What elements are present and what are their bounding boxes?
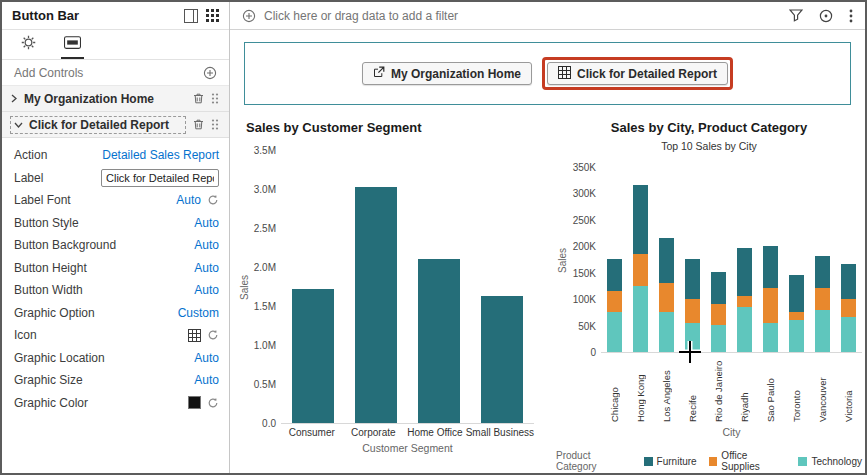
segment-office-supplies[interactable] xyxy=(711,304,726,325)
canvas-options-icon[interactable] xyxy=(819,9,833,23)
color-swatch[interactable] xyxy=(188,396,201,409)
auto-value[interactable]: Auto xyxy=(194,238,219,252)
action-link[interactable]: Detailed Sales Report xyxy=(102,148,219,162)
segment-technology[interactable] xyxy=(737,307,752,352)
segment-furniture[interactable] xyxy=(841,264,856,299)
chart-sales-by-city-product-category: Sales by City, Product Category Top 10 S… xyxy=(556,114,862,470)
legend-label: Office Supplies xyxy=(721,450,786,472)
segment-furniture[interactable] xyxy=(737,248,752,296)
split-layout-icon[interactable] xyxy=(184,9,198,23)
control-row-my-organization-home[interactable]: My Organization Home xyxy=(2,86,229,112)
segment-technology[interactable] xyxy=(685,323,700,352)
button-my-organization-home[interactable]: My Organization Home xyxy=(362,62,532,85)
auto-value[interactable]: Auto xyxy=(194,351,219,365)
auto-value[interactable]: Custom xyxy=(178,306,219,320)
segment-technology[interactable] xyxy=(633,286,648,352)
stacked-bar-recife[interactable] xyxy=(685,259,700,352)
x-tick-label: Toronto xyxy=(791,356,802,422)
grid-icon[interactable] xyxy=(188,329,201,342)
grid-view-icon[interactable] xyxy=(206,9,219,22)
y-tick-label: 1.5M xyxy=(254,301,276,312)
y-tick-label: 0.5M xyxy=(254,379,276,390)
segment-furniture[interactable] xyxy=(685,259,700,299)
bar-consumer[interactable] xyxy=(292,289,334,423)
auto-value[interactable]: Auto xyxy=(176,193,201,207)
reset-icon[interactable] xyxy=(207,397,219,409)
tab-button-properties[interactable] xyxy=(61,30,84,59)
add-filter-icon[interactable] xyxy=(242,9,256,23)
segment-technology[interactable] xyxy=(763,323,778,352)
stacked-bar-rio-de-janeiro[interactable] xyxy=(711,272,726,352)
x-tick-slot: Rio de Janeiro xyxy=(705,356,731,422)
segment-office-supplies[interactable] xyxy=(737,296,752,307)
drag-handle-icon[interactable] xyxy=(211,92,219,105)
trash-icon[interactable] xyxy=(192,92,205,105)
bar-home-office[interactable] xyxy=(418,259,460,423)
auto-value[interactable]: Auto xyxy=(194,261,219,275)
stacked-bar-sao-paulo[interactable] xyxy=(763,246,778,352)
chevron-down-icon[interactable] xyxy=(14,121,23,129)
bar-corporate[interactable] xyxy=(355,187,397,423)
auto-value[interactable]: Auto xyxy=(194,283,219,297)
segment-furniture[interactable] xyxy=(711,272,726,304)
y-tick-label: 2.5M xyxy=(254,223,276,234)
segment-office-supplies[interactable] xyxy=(633,254,648,286)
x-axis-title: Customer Segment xyxy=(281,442,534,454)
segment-technology[interactable] xyxy=(815,310,830,353)
drag-handle-icon[interactable] xyxy=(211,118,219,131)
main-area: Click here or drag data to add a filter xyxy=(230,2,865,473)
segment-technology[interactable] xyxy=(659,312,674,352)
segment-furniture[interactable] xyxy=(815,256,830,288)
property-row-button-height: Button HeightAuto xyxy=(2,257,229,280)
legend-item-technology[interactable]: Technology xyxy=(798,456,862,467)
control-row-click-for-detailed-report[interactable]: Click for Detailed Report xyxy=(2,112,229,138)
segment-technology[interactable] xyxy=(607,312,622,352)
segment-furniture[interactable] xyxy=(607,259,622,291)
reset-icon[interactable] xyxy=(207,194,219,206)
funnel-filter-icon[interactable] xyxy=(789,9,803,22)
button-click-for-detailed-report[interactable]: Click for Detailed Report xyxy=(547,62,728,85)
segment-office-supplies[interactable] xyxy=(685,299,700,323)
segment-furniture[interactable] xyxy=(633,185,648,254)
segment-office-supplies[interactable] xyxy=(607,291,622,312)
add-control-icon[interactable] xyxy=(203,66,217,80)
property-row-button-width: Button WidthAuto xyxy=(2,279,229,302)
reset-icon[interactable] xyxy=(207,329,219,341)
legend-item-furniture[interactable]: Furniture xyxy=(644,456,697,467)
stacked-bar-hong-kong[interactable] xyxy=(633,185,648,352)
stacked-bar-victoria[interactable] xyxy=(841,264,856,352)
tab-general-settings[interactable] xyxy=(18,30,39,59)
y-tick-label: 250K xyxy=(573,215,596,226)
trash-icon[interactable] xyxy=(192,118,205,131)
property-value: Auto xyxy=(194,373,219,387)
segment-office-supplies[interactable] xyxy=(841,299,856,318)
stacked-bar-los-angeles[interactable] xyxy=(659,238,674,352)
stacked-bar-toronto[interactable] xyxy=(789,275,804,352)
stacked-bar-vancouver[interactable] xyxy=(815,256,830,352)
x-tick-label: Recife xyxy=(687,356,698,422)
stacked-bar-riyadh[interactable] xyxy=(737,248,752,352)
segment-technology[interactable] xyxy=(711,325,726,352)
segment-office-supplies[interactable] xyxy=(789,312,804,320)
property-value: Auto xyxy=(194,261,219,275)
stacked-bar-chicago[interactable] xyxy=(607,259,622,352)
label-input[interactable] xyxy=(101,169,219,187)
chevron-right-icon[interactable] xyxy=(10,94,18,103)
segment-office-supplies[interactable] xyxy=(815,288,830,309)
segment-office-supplies[interactable] xyxy=(659,283,674,312)
bar-small-business[interactable] xyxy=(481,296,523,423)
y-tick-label: 3.5M xyxy=(254,145,276,156)
auto-value[interactable]: Auto xyxy=(194,216,219,230)
filter-bar-prompt[interactable]: Click here or drag data to add a filter xyxy=(264,9,773,23)
bar-slot xyxy=(836,167,862,352)
segment-office-supplies[interactable] xyxy=(763,288,778,323)
segment-furniture[interactable] xyxy=(659,238,674,283)
segment-technology[interactable] xyxy=(789,320,804,352)
segment-technology[interactable] xyxy=(841,317,856,352)
legend-item-office-supplies[interactable]: Office Supplies xyxy=(709,450,787,472)
auto-value[interactable]: Auto xyxy=(194,373,219,387)
segment-furniture[interactable] xyxy=(763,246,778,289)
segment-furniture[interactable] xyxy=(789,275,804,312)
x-tick-label: Vancouver xyxy=(817,356,828,422)
kebab-menu-icon[interactable] xyxy=(849,9,853,23)
